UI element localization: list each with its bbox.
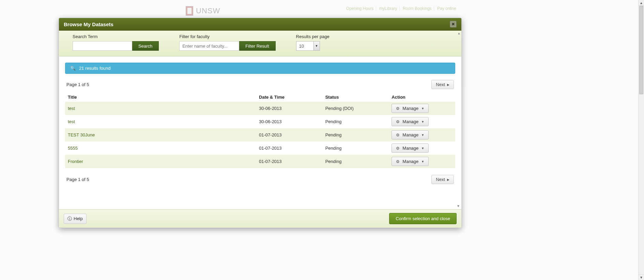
dataset-title-link[interactable]: TEST 30June [68, 132, 95, 137]
modal-header: Browse My Datasets ✖ [59, 18, 461, 31]
gear-icon: ⚙ [396, 159, 400, 164]
table-row: test30-06-2013Pending⚙Manage▼ [65, 115, 455, 128]
filter-bar: ▲ Search Term Search Filter for faculty … [59, 31, 461, 56]
dataset-date: 01-07-2013 [256, 128, 323, 142]
manage-button[interactable]: ⚙Manage▼ [392, 157, 429, 166]
search-group: Search Term Search [73, 34, 159, 51]
crest-icon [186, 6, 193, 16]
rpp-select[interactable]: 10 ▼ [296, 41, 320, 51]
results-count: 21 results found [79, 66, 111, 71]
chevron-down-icon: ▼ [421, 107, 424, 110]
search-button[interactable]: Search [132, 41, 159, 51]
modal-footer: ⓘ Help Confirm selection and close [59, 209, 461, 228]
gear-icon: ⚙ [396, 106, 400, 111]
rpp-label: Results per page [296, 34, 329, 39]
scroll-up-icon[interactable]: ▲ [639, 0, 644, 6]
browser-scrollbar[interactable]: ▲ ▼ [638, 0, 644, 280]
next-button-bottom[interactable]: Next ▶ [431, 175, 454, 184]
chevron-down-icon: ▼ [421, 147, 424, 150]
gear-icon: ⚙ [396, 133, 400, 137]
table-row: Frontier01-07-2013Pending⚙Manage▼ [65, 155, 455, 168]
col-title: Title [65, 93, 256, 102]
dataset-title-link[interactable]: 5555 [68, 146, 78, 151]
dataset-date: 30-06-2013 [256, 115, 323, 128]
scroll-down-icon[interactable]: ▼ [639, 274, 644, 280]
pager-top: Page 1 of 5 Next ▶ [66, 80, 454, 89]
chevron-down-icon: ▼ [421, 160, 424, 163]
chevron-down-icon: ▼ [313, 42, 320, 50]
table-row: TEST 30June01-07-2013Pending⚙Manage▼ [65, 128, 455, 142]
chevron-right-icon: ▶ [447, 83, 449, 86]
modal-title: Browse My Datasets [64, 21, 113, 27]
gear-icon: ⚙ [396, 119, 400, 124]
browse-datasets-modal: Browse My Datasets ✖ ▲ Search Term Searc… [59, 18, 462, 228]
dataset-date: 01-07-2013 [256, 142, 323, 155]
col-status: Status [323, 93, 389, 102]
chevron-down-icon: ▼ [421, 120, 424, 123]
manage-button[interactable]: ⚙Manage▼ [392, 117, 429, 126]
page-info-bottom: Page 1 of 5 [66, 177, 89, 182]
gear-icon: ⚙ [396, 146, 400, 151]
confirm-selection-button[interactable]: Confirm selection and close [389, 213, 457, 224]
dataset-date: 01-07-2013 [256, 155, 323, 168]
manage-button[interactable]: ⚙Manage▼ [392, 144, 429, 153]
dataset-status: Pending [323, 142, 389, 155]
bg-logo: UNSW [186, 6, 220, 16]
dataset-status: Pending [323, 155, 389, 168]
info-icon: ⓘ [67, 216, 72, 222]
rpp-value: 10 [296, 44, 313, 49]
modal-scroll-down-icon[interactable]: ▼ [457, 204, 460, 208]
results-per-page-group: Results per page 10 ▼ [296, 34, 329, 51]
close-button[interactable]: ✖ [450, 21, 457, 28]
modal-body: 🔍 21 results found Page 1 of 5 Next ▶ Ti… [59, 56, 461, 209]
page-info-top: Page 1 of 5 [66, 82, 89, 87]
faculty-input[interactable] [179, 41, 239, 51]
chevron-down-icon: ▼ [421, 133, 424, 137]
next-button-top[interactable]: Next ▶ [431, 80, 454, 89]
results-banner: 🔍 21 results found [65, 63, 455, 74]
scroll-thumb[interactable] [639, 6, 643, 94]
dataset-title-link[interactable]: Frontier [68, 159, 83, 164]
search-label: Search Term [73, 34, 159, 39]
filter-result-button[interactable]: Filter Result [239, 41, 275, 51]
col-date: Date & Time [256, 93, 323, 102]
modal-scroll-up-icon[interactable]: ▲ [457, 31, 461, 36]
dataset-date: 30-06-2013 [256, 102, 323, 115]
datasets-table: Title Date & Time Status Action test30-0… [65, 93, 455, 168]
close-icon: ✖ [451, 22, 455, 27]
dataset-status: Pending [323, 115, 389, 128]
bg-top-links: Opening Hours myLibrary Room Bookings Pa… [344, 6, 458, 11]
faculty-label: Filter for faculty [179, 34, 275, 39]
search-icon: 🔍 [70, 66, 76, 71]
table-row: 555501-07-2013Pending⚙Manage▼ [65, 142, 455, 155]
dataset-status: Pending [323, 128, 389, 142]
search-input[interactable] [73, 41, 132, 51]
col-action: Action [389, 93, 455, 102]
faculty-group: Filter for faculty Filter Result [179, 34, 275, 51]
manage-button[interactable]: ⚙Manage▼ [392, 130, 429, 139]
chevron-right-icon: ▶ [447, 178, 449, 181]
dataset-title-link[interactable]: test [68, 106, 75, 111]
bg-brand: UNSW [196, 6, 220, 15]
help-button[interactable]: ⓘ Help [64, 214, 87, 224]
manage-button[interactable]: ⚙Manage▼ [392, 104, 429, 113]
dataset-status: Pending (DOI) [323, 102, 389, 115]
pager-bottom: Page 1 of 5 Next ▶ [66, 175, 454, 184]
table-row: test30-06-2013Pending (DOI)⚙Manage▼ [65, 102, 455, 115]
dataset-title-link[interactable]: test [68, 119, 75, 124]
